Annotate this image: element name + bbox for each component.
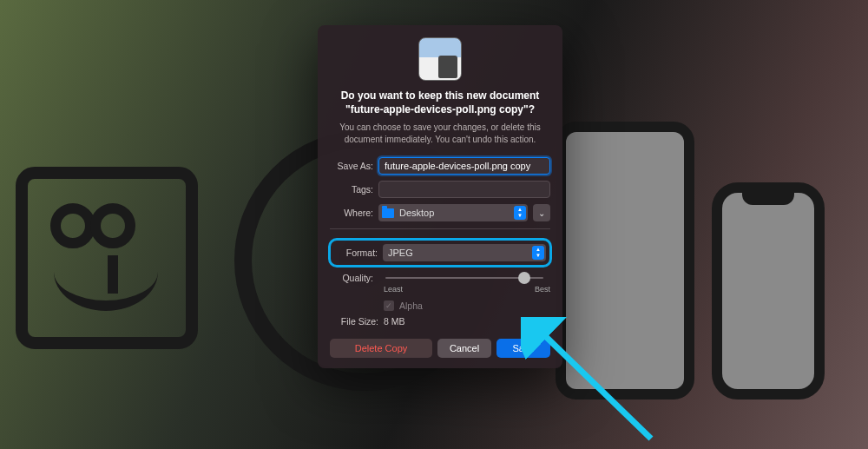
save-button[interactable]: Save	[496, 339, 550, 358]
quality-least-label: Least	[384, 285, 403, 294]
folder-icon	[382, 208, 394, 218]
dialog-heading: Do you want to keep this new document "f…	[330, 89, 550, 116]
where-select[interactable]: Desktop ▲▼	[378, 204, 528, 221]
tags-input[interactable]	[378, 181, 550, 198]
save-dialog: Do you want to keep this new document "f…	[318, 25, 562, 368]
where-label: Where:	[330, 208, 378, 218]
chevron-down-icon: ⌄	[538, 208, 545, 218]
quality-best-label: Best	[535, 285, 550, 294]
file-size-value: 8 MB	[384, 316, 405, 327]
file-size-label: File Size:	[335, 316, 384, 327]
cancel-button[interactable]: Cancel	[437, 339, 491, 358]
format-select[interactable]: JPEG ▲▼	[383, 244, 546, 261]
dialog-subtext: You can choose to save your changes, or …	[330, 122, 550, 145]
save-as-input[interactable]	[378, 157, 550, 175]
quality-slider-thumb[interactable]	[518, 272, 530, 284]
divider	[330, 228, 550, 229]
bg-finder-face	[16, 167, 198, 349]
heading-line-1: Do you want to keep this new document	[341, 89, 540, 102]
alpha-checkbox: ✓	[384, 300, 394, 311]
updown-stepper-icon: ▲▼	[514, 206, 526, 220]
where-value: Desktop	[399, 208, 434, 218]
delete-copy-button[interactable]: Delete Copy	[330, 339, 432, 358]
bg-iphone-outline	[712, 182, 825, 399]
format-highlight-annotation: Format: JPEG ▲▼	[328, 238, 552, 267]
heading-line-2: "future-apple-devices-poll.png copy"?	[345, 103, 535, 116]
preview-app-icon	[418, 37, 462, 81]
format-value: JPEG	[388, 248, 413, 258]
bg-ipad-outline	[556, 122, 694, 399]
tags-label: Tags:	[330, 184, 378, 195]
alpha-label: Alpha	[399, 300, 423, 311]
expand-save-panel-button[interactable]: ⌄	[533, 204, 550, 221]
quality-slider[interactable]	[385, 277, 543, 279]
save-as-label: Save As:	[330, 161, 378, 171]
updown-stepper-icon: ▲▼	[532, 246, 544, 260]
format-label: Format:	[334, 248, 383, 258]
quality-label: Quality:	[330, 273, 378, 283]
